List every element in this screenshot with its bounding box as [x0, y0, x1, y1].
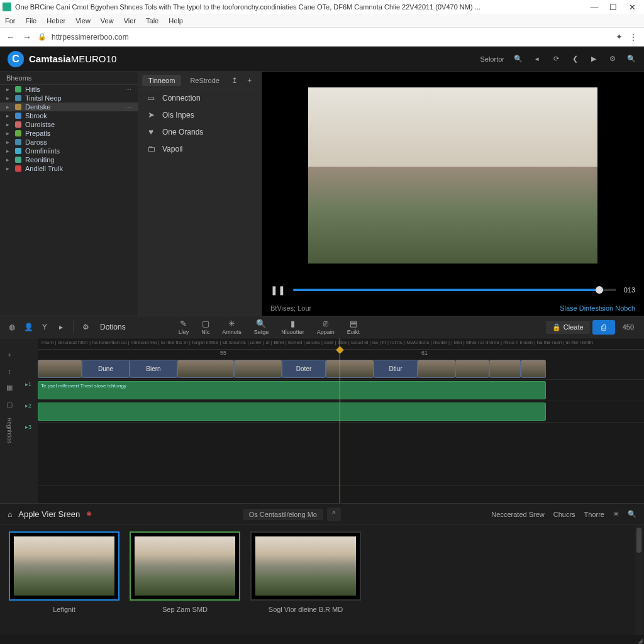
sidebar-item[interactable]: ▸Tinitsl Neop [0, 94, 138, 103]
header-icon[interactable]: 🔍 [513, 55, 523, 63]
forward-button[interactable]: → [21, 32, 33, 42]
primary-button[interactable]: ⎙ [592, 320, 615, 335]
options-label[interactable]: Dotions [95, 323, 131, 331]
seek-track[interactable] [293, 289, 616, 291]
header-icon[interactable]: ▶ [589, 55, 599, 63]
video-clip[interactable]: Doter [282, 360, 326, 378]
timeline-tool[interactable]: ↕ [8, 367, 11, 375]
audio-clip[interactable] [38, 402, 546, 421]
bottom-link[interactable]: Thorre [584, 511, 604, 518]
gear-icon[interactable]: ⚙ [79, 320, 92, 334]
bottom-link[interactable]: Chucrs [553, 511, 575, 518]
playhead[interactable] [340, 338, 340, 503]
video-clip[interactable] [38, 360, 82, 378]
sidebar-item[interactable]: ▸Hiitls⋯ [0, 85, 138, 94]
video-clip[interactable] [177, 360, 234, 378]
create-button[interactable]: 🔒Cleate [546, 321, 590, 334]
video-clip[interactable]: Biern [130, 360, 177, 378]
header-icon[interactable]: ⚙ [608, 55, 618, 63]
scrollbar[interactable] [635, 525, 643, 635]
back-button[interactable]: ← [5, 32, 16, 42]
add-button[interactable]: ↥ [228, 76, 241, 85]
menu-heber[interactable]: Heber [47, 17, 65, 25]
audio-track-2[interactable] [38, 401, 644, 423]
url-field[interactable]: httrpessimererboo.com [52, 33, 611, 42]
timeline-tool[interactable]: ▢ [6, 401, 13, 409]
extension-icon[interactable]: ✦ [616, 32, 623, 42]
toolbar-button[interactable]: ✳Amnots [217, 319, 247, 335]
video-clip[interactable] [521, 360, 546, 378]
video-clip[interactable]: Dtiur [374, 360, 418, 378]
toolbar-button[interactable]: ▮Nluootter [276, 319, 309, 335]
toolbar-button[interactable]: ⎚Appain [312, 319, 340, 335]
menu-view[interactable]: View [75, 17, 91, 25]
menu-file[interactable]: File [26, 17, 37, 25]
video-track[interactable]: DuneBiernDoterDtiur [38, 358, 644, 380]
sidebar-item[interactable]: ▸Ouroistse [0, 120, 138, 129]
more-button[interactable]: ⋮ [628, 32, 639, 42]
menu-help[interactable]: Help [169, 17, 183, 25]
video-clip[interactable] [418, 360, 455, 378]
audio-track-1[interactable]: Te psel mifeovert Thest slose tchtongy [38, 380, 644, 401]
toolbar-mini[interactable]: ▸ [54, 320, 68, 334]
search-icon[interactable]: 🔍 [628, 510, 636, 518]
sidebar-item[interactable]: ▸Andiell Trulk [0, 164, 138, 173]
sub-right-link[interactable]: Slase Dintestsion Nobch [560, 304, 635, 312]
video-clip[interactable] [234, 360, 282, 378]
tab[interactable]: Tinneom [142, 75, 181, 86]
play-pause-button[interactable]: ❚❚ [270, 285, 286, 295]
sidebar-item[interactable]: ▸Reoniting [0, 155, 138, 164]
toolbar-button[interactable]: ✎Lley [174, 319, 194, 335]
toolbar-button[interactable]: ▢Nlc [196, 319, 214, 335]
selector-label[interactable]: Selortor [480, 55, 504, 63]
bottom-link[interactable]: Neccerated Srew [491, 511, 544, 518]
timeline-tool[interactable]: + [8, 351, 11, 358]
seek-knob[interactable] [596, 286, 603, 294]
menu-vier[interactable]: Vier [124, 17, 136, 25]
menu-tale[interactable]: Tale [146, 17, 158, 25]
audio-clip[interactable]: Te psel mifeovert Thest slose tchtongy [38, 381, 546, 399]
minimize-button[interactable]: — [585, 3, 604, 12]
center-item[interactable]: ➤Ois Inpes [138, 106, 261, 123]
header-icon[interactable]: ⟳ [551, 55, 561, 63]
home-icon[interactable]: ⌂ [8, 510, 12, 519]
video-clip[interactable]: Dune [82, 360, 130, 378]
timeline-main[interactable]: inium | Ghoniod httm | ha fonention oo |… [38, 338, 644, 503]
toolbar-mini[interactable]: Y [38, 320, 52, 334]
bottom-field[interactable]: Os Centastil/elong Mo [243, 509, 323, 520]
center-item[interactable]: 🗀Vapoil [138, 140, 261, 157]
center-item[interactable]: ▭Connection [138, 89, 261, 106]
empty-track[interactable] [38, 423, 644, 486]
thumbnail-item[interactable]: Lefignit [9, 531, 119, 629]
menu-vew[interactable]: Vew [101, 17, 114, 25]
tab[interactable]: ReStrode [184, 75, 225, 86]
plus-button[interactable]: + [243, 76, 256, 85]
preview-canvas[interactable] [262, 72, 644, 279]
video-clip[interactable] [455, 360, 489, 378]
sidebar-item[interactable]: ▸Dentske⋯ [0, 103, 138, 111]
header-icon[interactable]: 🔍 [626, 55, 636, 63]
chevron-up-button[interactable]: ^ [327, 508, 341, 521]
sidebar-item[interactable]: ▸Prepatls [0, 129, 138, 138]
menu-for[interactable]: For [5, 17, 16, 25]
track-label[interactable]: ▸2 [19, 395, 38, 416]
toolbar-mini[interactable]: 👤 [21, 320, 35, 334]
close-button[interactable]: ✕ [623, 3, 641, 12]
toolbar-button[interactable]: 🔍Setge [249, 319, 274, 335]
thumbnail-item[interactable]: Sogl Vior dleine B.R MD [250, 531, 361, 629]
video-clip[interactable] [326, 360, 374, 378]
gear-icon[interactable]: ✳ [613, 510, 619, 518]
video-clip[interactable] [489, 360, 521, 378]
track-label[interactable]: ▸3 [19, 416, 38, 438]
timeline-tool[interactable]: ▦ [6, 384, 13, 392]
toolbar-button[interactable]: ▤Eoikt [342, 319, 365, 335]
maximize-button[interactable]: ☐ [604, 3, 623, 12]
toolbar-mini[interactable]: ◍ [5, 320, 19, 334]
center-item[interactable]: ♥One Orands [138, 123, 261, 140]
header-icon[interactable]: ❮ [570, 55, 580, 63]
thumbnail-item[interactable]: Sep Zam SMD [130, 531, 240, 629]
track-label[interactable]: ▸1 [19, 374, 38, 395]
header-icon[interactable]: ◂ [532, 55, 542, 63]
sidebar-item[interactable]: ▸Daross [0, 138, 138, 147]
sidebar-item[interactable]: ▸Sbrook [0, 111, 138, 120]
